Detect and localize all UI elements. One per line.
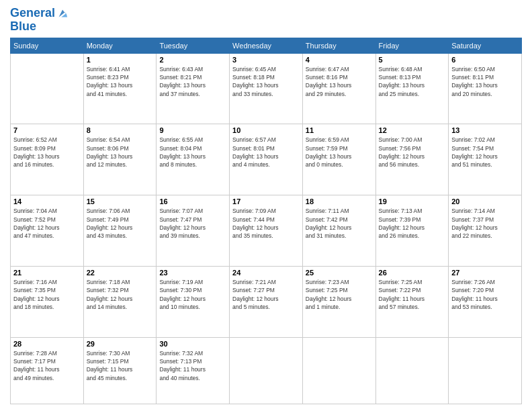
day-number: 30 (159, 340, 226, 348)
day-number: 24 (232, 269, 300, 277)
day-info: Sunrise: 7:14 AM Sunset: 7:37 PM Dayligh… (451, 207, 519, 240)
day-number: 11 (306, 126, 373, 134)
day-number: 23 (159, 269, 226, 277)
day-number: 26 (379, 269, 446, 277)
calendar-cell (449, 337, 522, 404)
day-number: 20 (451, 197, 519, 205)
day-info: Sunrise: 6:54 AM Sunset: 8:06 PM Dayligh… (87, 136, 154, 169)
day-number: 21 (13, 269, 81, 277)
day-number: 2 (159, 56, 226, 64)
day-info: Sunrise: 7:07 AM Sunset: 7:47 PM Dayligh… (159, 207, 226, 240)
day-number: 3 (232, 56, 300, 64)
calendar-cell: 26Sunrise: 7:25 AM Sunset: 7:22 PM Dayli… (375, 267, 449, 338)
day-number: 27 (451, 269, 519, 277)
day-info: Sunrise: 6:52 AM Sunset: 8:09 PM Dayligh… (13, 136, 81, 169)
calendar-cell: 9Sunrise: 6:55 AM Sunset: 8:04 PM Daylig… (157, 124, 230, 195)
calendar-cell: 2Sunrise: 6:43 AM Sunset: 8:21 PM Daylig… (157, 53, 230, 124)
calendar-cell: 7Sunrise: 6:52 AM Sunset: 8:09 PM Daylig… (11, 124, 84, 195)
week-row-5: 28Sunrise: 7:28 AM Sunset: 7:17 PM Dayli… (11, 337, 522, 404)
calendar-cell: 11Sunrise: 6:59 AM Sunset: 7:59 PM Dayli… (302, 124, 375, 195)
day-info: Sunrise: 7:28 AM Sunset: 7:17 PM Dayligh… (13, 349, 81, 382)
calendar-cell: 18Sunrise: 7:11 AM Sunset: 7:42 PM Dayli… (302, 195, 375, 267)
week-row-1: 1Sunrise: 6:41 AM Sunset: 8:23 PM Daylig… (11, 53, 522, 124)
calendar-cell: 5Sunrise: 6:48 AM Sunset: 8:13 PM Daylig… (375, 53, 449, 124)
calendar-cell: 24Sunrise: 7:21 AM Sunset: 7:27 PM Dayli… (230, 267, 303, 338)
day-info: Sunrise: 6:59 AM Sunset: 7:59 PM Dayligh… (306, 136, 373, 169)
week-row-3: 14Sunrise: 7:04 AM Sunset: 7:52 PM Dayli… (11, 195, 522, 267)
day-info: Sunrise: 7:30 AM Sunset: 7:15 PM Dayligh… (87, 349, 154, 382)
day-number: 18 (306, 197, 373, 205)
weekday-header-saturday: Saturday (449, 38, 522, 53)
calendar-cell: 1Sunrise: 6:41 AM Sunset: 8:23 PM Daylig… (83, 53, 157, 124)
day-info: Sunrise: 7:06 AM Sunset: 7:49 PM Dayligh… (87, 207, 154, 240)
day-info: Sunrise: 7:16 AM Sunset: 7:35 PM Dayligh… (13, 278, 81, 311)
calendar-cell: 25Sunrise: 7:23 AM Sunset: 7:25 PM Dayli… (302, 267, 375, 338)
day-number: 22 (87, 269, 154, 277)
day-number: 10 (232, 126, 300, 134)
day-number: 9 (159, 126, 226, 134)
calendar-cell (375, 337, 449, 404)
day-number: 12 (379, 126, 446, 134)
weekday-header-wednesday: Wednesday (230, 38, 303, 53)
week-row-4: 21Sunrise: 7:16 AM Sunset: 7:35 PM Dayli… (11, 267, 522, 338)
calendar-cell (11, 53, 84, 124)
day-info: Sunrise: 7:23 AM Sunset: 7:25 PM Dayligh… (306, 278, 373, 311)
calendar-cell: 28Sunrise: 7:28 AM Sunset: 7:17 PM Dayli… (11, 337, 84, 404)
day-number: 7 (13, 126, 81, 134)
day-info: Sunrise: 7:09 AM Sunset: 7:44 PM Dayligh… (232, 207, 300, 240)
day-number: 14 (13, 197, 81, 205)
calendar-cell: 13Sunrise: 7:02 AM Sunset: 7:54 PM Dayli… (449, 124, 522, 195)
calendar-cell: 14Sunrise: 7:04 AM Sunset: 7:52 PM Dayli… (11, 195, 84, 267)
weekday-header-row: SundayMondayTuesdayWednesdayThursdayFrid… (11, 38, 522, 53)
day-info: Sunrise: 6:43 AM Sunset: 8:21 PM Dayligh… (159, 65, 226, 98)
calendar-cell: 23Sunrise: 7:19 AM Sunset: 7:30 PM Dayli… (157, 267, 230, 338)
calendar-cell: 16Sunrise: 7:07 AM Sunset: 7:47 PM Dayli… (157, 195, 230, 267)
day-info: Sunrise: 6:41 AM Sunset: 8:23 PM Dayligh… (87, 65, 154, 98)
day-number: 15 (87, 197, 154, 205)
calendar-cell: 21Sunrise: 7:16 AM Sunset: 7:35 PM Dayli… (11, 267, 84, 338)
calendar-cell: 19Sunrise: 7:13 AM Sunset: 7:39 PM Dayli… (375, 195, 449, 267)
day-info: Sunrise: 7:19 AM Sunset: 7:30 PM Dayligh… (159, 278, 226, 311)
day-number: 8 (87, 126, 154, 134)
day-info: Sunrise: 7:11 AM Sunset: 7:42 PM Dayligh… (306, 207, 373, 240)
calendar-table: SundayMondayTuesdayWednesdayThursdayFrid… (10, 38, 522, 404)
day-info: Sunrise: 7:00 AM Sunset: 7:56 PM Dayligh… (379, 136, 446, 169)
calendar-cell: 6Sunrise: 6:50 AM Sunset: 8:11 PM Daylig… (449, 53, 522, 124)
day-number: 17 (232, 197, 300, 205)
day-number: 29 (87, 340, 154, 348)
calendar-cell: 30Sunrise: 7:32 AM Sunset: 7:13 PM Dayli… (157, 337, 230, 404)
day-info: Sunrise: 6:45 AM Sunset: 8:18 PM Dayligh… (232, 65, 300, 98)
day-number: 6 (451, 56, 519, 64)
day-number: 5 (379, 56, 446, 64)
calendar-cell (230, 337, 303, 404)
day-number: 1 (87, 56, 154, 64)
day-info: Sunrise: 6:48 AM Sunset: 8:13 PM Dayligh… (379, 65, 446, 98)
logo: General Blue (10, 7, 69, 34)
day-number: 4 (306, 56, 373, 64)
day-info: Sunrise: 7:13 AM Sunset: 7:39 PM Dayligh… (379, 207, 446, 240)
calendar-cell: 17Sunrise: 7:09 AM Sunset: 7:44 PM Dayli… (230, 195, 303, 267)
header: General Blue (10, 7, 522, 34)
calendar-cell: 22Sunrise: 7:18 AM Sunset: 7:32 PM Dayli… (83, 267, 157, 338)
calendar-cell: 15Sunrise: 7:06 AM Sunset: 7:49 PM Dayli… (83, 195, 157, 267)
day-info: Sunrise: 7:26 AM Sunset: 7:20 PM Dayligh… (451, 278, 519, 311)
weekday-header-thursday: Thursday (302, 38, 375, 53)
day-info: Sunrise: 6:50 AM Sunset: 8:11 PM Dayligh… (451, 65, 519, 98)
day-info: Sunrise: 7:18 AM Sunset: 7:32 PM Dayligh… (87, 278, 154, 311)
day-info: Sunrise: 7:32 AM Sunset: 7:13 PM Dayligh… (159, 349, 226, 382)
weekday-header-friday: Friday (375, 38, 449, 53)
day-number: 28 (13, 340, 81, 348)
day-info: Sunrise: 7:21 AM Sunset: 7:27 PM Dayligh… (232, 278, 300, 311)
weekday-header-sunday: Sunday (11, 38, 84, 53)
weekday-header-monday: Monday (83, 38, 157, 53)
logo-blue: Blue (10, 20, 69, 34)
calendar-cell: 3Sunrise: 6:45 AM Sunset: 8:18 PM Daylig… (230, 53, 303, 124)
week-row-2: 7Sunrise: 6:52 AM Sunset: 8:09 PM Daylig… (11, 124, 522, 195)
day-number: 13 (451, 126, 519, 134)
weekday-header-tuesday: Tuesday (157, 38, 230, 53)
day-number: 16 (159, 197, 226, 205)
day-info: Sunrise: 7:25 AM Sunset: 7:22 PM Dayligh… (379, 278, 446, 311)
calendar-cell: 12Sunrise: 7:00 AM Sunset: 7:56 PM Dayli… (375, 124, 449, 195)
calendar-cell: 8Sunrise: 6:54 AM Sunset: 8:06 PM Daylig… (83, 124, 157, 195)
calendar-cell: 20Sunrise: 7:14 AM Sunset: 7:37 PM Dayli… (449, 195, 522, 267)
